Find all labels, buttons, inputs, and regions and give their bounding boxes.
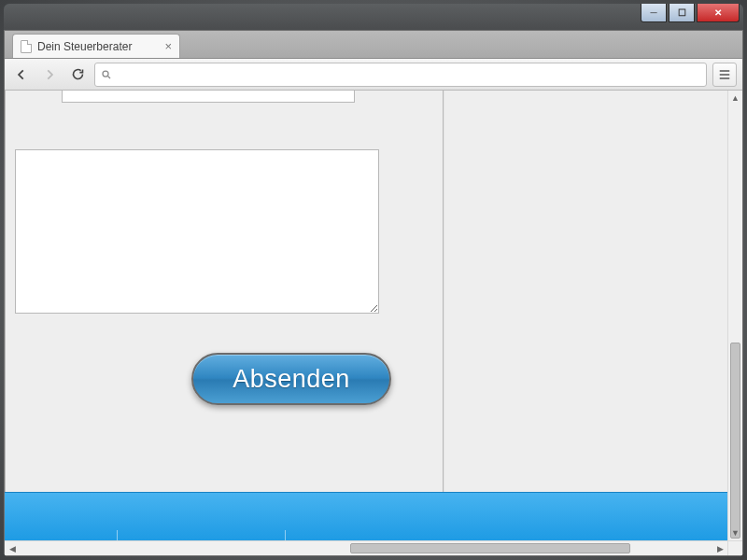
- page-viewport: Absenden: [5, 91, 727, 540]
- tab-title: Dein Steuerberater: [37, 40, 132, 53]
- forward-button[interactable]: [38, 63, 61, 86]
- horizontal-scrollbar[interactable]: ◀ ▶: [5, 540, 727, 555]
- browser-menu-button[interactable]: [712, 63, 737, 87]
- form-message-textarea[interactable]: [15, 149, 379, 314]
- scroll-down-icon[interactable]: ▼: [728, 525, 742, 540]
- footer-banner: [5, 492, 727, 540]
- browser-tab[interactable]: Dein Steuerberater ×: [12, 34, 180, 58]
- address-bar[interactable]: [94, 63, 707, 87]
- window-titlebar: ─ ☐ ✕: [4, 4, 743, 30]
- back-button[interactable]: [10, 63, 33, 86]
- vertical-scroll-thumb[interactable]: [730, 343, 740, 539]
- window-minimize-button[interactable]: ─: [641, 4, 667, 22]
- footer-separator: [117, 530, 118, 540]
- submit-button[interactable]: Absenden: [191, 353, 391, 405]
- window-maximize-button[interactable]: ☐: [669, 4, 695, 22]
- browser-toolbar: [5, 59, 742, 91]
- page-icon: [21, 40, 32, 53]
- scroll-corner: [727, 540, 742, 555]
- form-text-input[interactable]: [62, 91, 355, 103]
- viewport-container: Absenden ▲ ▼ ◀ ▶: [5, 91, 742, 555]
- svg-point-0: [103, 71, 108, 77]
- reload-button[interactable]: [66, 63, 89, 86]
- search-icon: [101, 69, 112, 80]
- scroll-right-icon[interactable]: ▶: [712, 541, 727, 556]
- browser-window: Dein Steuerberater × Absend: [4, 30, 743, 556]
- tab-close-icon[interactable]: ×: [164, 39, 172, 53]
- tab-strip: Dein Steuerberater ×: [5, 31, 742, 59]
- footer-separator: [285, 530, 286, 540]
- scroll-up-icon[interactable]: ▲: [728, 91, 742, 105]
- horizontal-scroll-thumb[interactable]: [350, 543, 630, 553]
- vertical-scrollbar[interactable]: ▲ ▼: [727, 91, 742, 540]
- scroll-left-icon[interactable]: ◀: [5, 541, 20, 556]
- window-close-button[interactable]: ✕: [697, 4, 740, 22]
- submit-button-label: Absenden: [233, 365, 350, 393]
- contact-form-panel: Absenden: [5, 91, 444, 529]
